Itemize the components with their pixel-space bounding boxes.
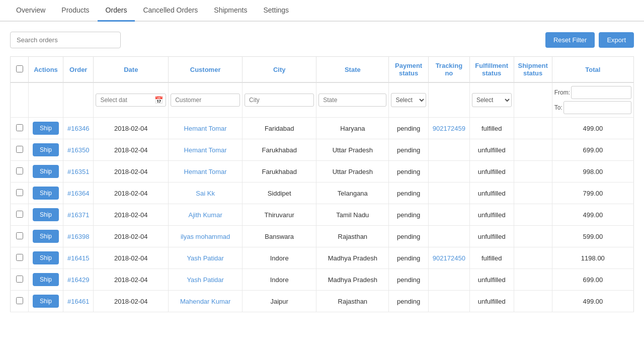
toolbar: Reset Filter Export [0,22,644,56]
tab-overview[interactable]: Overview [8,0,53,22]
row-customer: Yash Patidar [169,269,243,291]
row-fulfillment-status: unfulfilled [469,183,514,204]
order-link[interactable]: #16350 [67,146,89,154]
date-filter-input[interactable] [96,94,166,107]
header-fulfillment-status: Fulfillmentstatus [469,57,514,83]
row-checkbox[interactable] [16,276,23,283]
row-total: 499.00 [552,291,633,312]
order-link[interactable]: #16346 [67,125,89,132]
row-state: Madhya Pradesh [316,247,389,269]
order-link[interactable]: #16364 [67,190,89,197]
row-date: 2018-02-04 [94,139,169,161]
tab-settings[interactable]: Settings [256,0,297,22]
tab-cancelled-orders[interactable]: Cancelled Orders [135,0,206,22]
orders-table-body: Ship#163462018-02-04Hemant TomarFaridaba… [11,118,634,312]
ship-button[interactable]: Ship [33,273,59,286]
row-checkbox[interactable] [16,232,23,239]
row-checkbox[interactable] [16,297,23,304]
search-input[interactable] [10,32,121,48]
city-filter-input[interactable] [245,94,314,107]
header-total: Total [552,57,633,83]
row-customer: Yash Patidar [169,247,243,269]
order-link[interactable]: #16415 [67,254,89,262]
customer-link[interactable]: Hemant Tomar [184,125,227,132]
row-order-id: #16350 [63,139,94,161]
row-shipment-status [514,204,552,226]
row-checkbox-cell [11,161,29,183]
total-from-input[interactable] [571,86,631,99]
customer-link[interactable]: Hemant Tomar [184,146,227,154]
customer-link[interactable]: Hemant Tomar [184,168,227,175]
ship-button[interactable]: Ship [33,187,59,200]
row-checkbox[interactable] [16,146,23,153]
row-order-id: #16371 [63,204,94,226]
row-total: 499.00 [552,204,633,226]
row-checkbox[interactable] [16,189,23,196]
ship-button[interactable]: Ship [33,295,59,308]
filter-shipment-col [514,82,552,118]
tab-products[interactable]: Products [53,0,97,22]
row-action-cell: Ship [29,161,63,183]
ship-button[interactable]: Ship [33,143,59,156]
row-action-cell: Ship [29,291,63,312]
row-date: 2018-02-04 [94,247,169,269]
order-link[interactable]: #16351 [67,168,89,175]
row-state: Tamil Nadu [316,204,389,226]
row-date: 2018-02-04 [94,291,169,312]
customer-filter-input[interactable] [171,94,240,107]
fulfillment-filter-select[interactable]: Select fulfilled unfulfilled [472,93,512,107]
header-payment-status: Paymentstatus [389,57,428,83]
row-customer: Ajith Kumar [169,204,243,226]
tab-shipments[interactable]: Shipments [206,0,255,22]
row-checkbox[interactable] [16,124,23,131]
customer-link[interactable]: Yash Patidar [187,254,223,262]
table-row: Ship#163712018-02-04Ajith KumarThiruvaru… [11,204,634,226]
order-link[interactable]: #16429 [67,276,89,284]
row-total: 998.00 [552,161,633,183]
row-fulfillment-status: unfulfilled [469,161,514,183]
total-from-wrapper: From: [554,86,631,99]
table-header-row: Actions Order Date Customer City State P… [11,57,634,83]
row-checkbox[interactable] [16,167,23,174]
export-button[interactable]: Export [599,32,634,48]
row-city: Faridabad [243,118,316,139]
reset-filter-button[interactable]: Reset Filter [545,32,595,48]
tab-orders[interactable]: Orders [98,0,135,22]
state-filter-input[interactable] [318,94,386,107]
row-date: 2018-02-04 [94,226,169,247]
order-link[interactable]: #16398 [67,233,89,240]
row-payment-status: pending [389,247,428,269]
customer-link[interactable]: Yash Patidar [187,276,223,284]
row-checkbox[interactable] [16,254,23,261]
row-order-id: #16415 [63,247,94,269]
ship-button[interactable]: Ship [33,208,59,221]
row-action-cell: Ship [29,118,63,139]
tracking-link[interactable]: 902172450 [433,254,465,262]
customer-link[interactable]: Ajith Kumar [189,211,222,219]
row-date: 2018-02-04 [94,118,169,139]
ship-button[interactable]: Ship [33,122,59,135]
order-link[interactable]: #16461 [67,298,89,305]
table-row: Ship#163512018-02-04Hemant TomarFarukhab… [11,161,634,183]
ship-button[interactable]: Ship [33,251,59,264]
row-checkbox-cell [11,183,29,204]
row-order-id: #16461 [63,291,94,312]
payment-filter-select[interactable]: Select pending paid [391,93,426,107]
ship-button[interactable]: Ship [33,230,59,243]
toolbar-right: Reset Filter Export [545,32,634,48]
row-order-id: #16398 [63,226,94,247]
total-to-input[interactable] [564,101,631,114]
row-customer: Mahendar Kumar [169,291,243,312]
row-shipment-status [514,183,552,204]
customer-link[interactable]: Sai Kk [196,190,215,197]
filter-total-col: From: To: [552,82,633,118]
row-state: Uttar Pradesh [316,161,389,183]
customer-link[interactable]: Mahendar Kumar [180,298,230,305]
order-link[interactable]: #16371 [67,211,89,219]
row-checkbox[interactable] [16,211,23,218]
ship-button[interactable]: Ship [33,165,59,178]
customer-link[interactable]: ilyas mohammad [181,233,230,240]
select-all-checkbox[interactable] [16,65,23,72]
tracking-link[interactable]: 902172459 [433,125,465,132]
row-tracking [428,269,469,291]
